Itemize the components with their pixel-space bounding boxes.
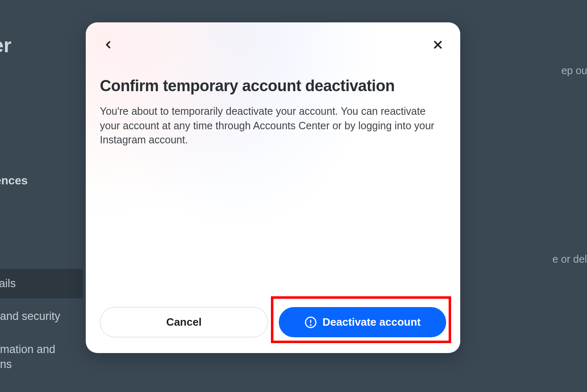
cancel-button[interactable]: Cancel <box>100 307 268 337</box>
bg-section-heading: s <box>0 210 0 223</box>
sidebar-fragment: details and security mation and ns <box>0 269 83 384</box>
sidebar-item-label: details <box>0 277 16 290</box>
dialog-body-text: You're about to temporarily deactivate y… <box>100 104 440 147</box>
sidebar-item-details[interactable]: details <box>0 269 83 298</box>
close-button[interactable] <box>430 36 446 53</box>
back-button[interactable] <box>100 36 116 53</box>
bg-right-text-2: e or delete your acco <box>553 253 587 265</box>
sidebar-item-label: and security <box>0 310 60 322</box>
sidebar-item-label: ns <box>0 358 12 370</box>
dialog-title: Confirm temporary account deactivation <box>100 77 446 95</box>
cancel-button-label: Cancel <box>166 316 201 329</box>
chevron-left-icon <box>102 39 114 51</box>
sidebar-item-security[interactable]: and security <box>0 298 83 334</box>
svg-point-4 <box>310 324 311 325</box>
bg-section-heading: d experiences <box>0 174 28 187</box>
deactivate-account-button[interactable]: Deactivate account <box>279 307 446 337</box>
sidebar-item-label: mation and <box>0 343 56 356</box>
confirm-deactivation-dialog: Confirm temporary account deactivation Y… <box>86 22 460 353</box>
close-icon <box>432 39 444 51</box>
alert-circle-icon <box>304 316 317 329</box>
dialog-button-row: Cancel Deactivate account <box>100 307 446 339</box>
page-title-fragment: enter <box>0 34 11 57</box>
dialog-header <box>100 36 446 53</box>
deactivate-button-label: Deactivate account <box>323 316 421 329</box>
sidebar-item-info[interactable]: mation and ns <box>0 334 83 384</box>
bg-right-text: ep our community sa <box>561 65 587 77</box>
